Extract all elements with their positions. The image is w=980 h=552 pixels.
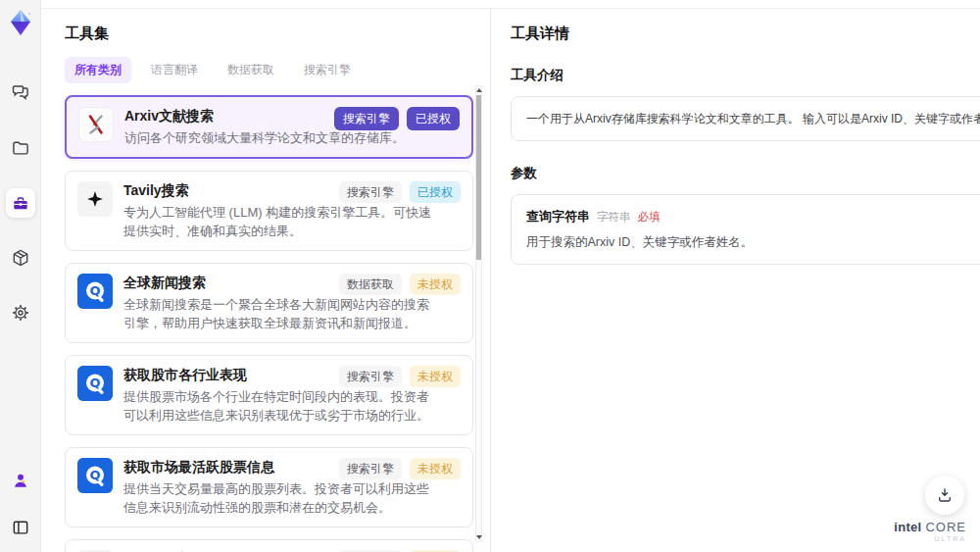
q-logo-icon: Q (77, 458, 113, 493)
intro-text: 一个用于从Arxiv存储库搜索科学论文和文章的工具。 输入可以是Arxiv ID… (526, 110, 980, 127)
cube-icon (11, 248, 30, 268)
tool-card-global-news[interactable]: Q 全球新闻搜索 全球新闻搜索是一个聚合全球各大新闻网站内容的搜索引擎，帮助用户… (65, 263, 473, 343)
toolset-panel: 工具集 所有类别 语言翻译 数据获取 搜索引擎 (41, 9, 490, 552)
tool-card-active-stocks[interactable]: Q 获取市场最活跃股票信息 提供当天交易量最高的股票列表。投资者可以利用这些信息… (65, 447, 473, 527)
category-badge: 搜索引擎 (339, 458, 402, 479)
sidebar-item-chat[interactable] (6, 78, 35, 108)
svg-text:Q: Q (89, 376, 100, 390)
tool-card-tavily[interactable]: Tavily搜索 专为人工智能代理 (LLM) 构建的搜索引擎工具。可快速提供实… (65, 171, 473, 251)
svg-text:Q: Q (89, 468, 100, 482)
category-tabs: 所有类别 语言翻译 数据获取 搜索引擎 (65, 57, 490, 83)
param-name: 查询字符串 (526, 208, 590, 226)
q-logo-icon: Q (77, 366, 113, 401)
tool-description: 提供股票市场各个行业在特定时间段内的表现。投资者可以利用这些信息来识别表现优于或… (123, 387, 435, 425)
sidebar-item-tools[interactable] (6, 188, 35, 218)
param-type: 字符串 (597, 210, 631, 225)
brand-core-text: CORE (925, 520, 966, 534)
tab-language-translation[interactable]: 语言翻译 (141, 57, 208, 83)
params-heading: 参数 (511, 165, 980, 182)
sidebar-item-collapse[interactable] (6, 513, 35, 542)
scrollbar-thumb[interactable] (476, 95, 481, 260)
gem-logo-icon (7, 8, 34, 37)
intel-core-logo: intel CORE ULTRA (894, 521, 966, 542)
sidebar-item-files[interactable] (6, 133, 35, 163)
tool-card-arxiv[interactable]: Arxiv文献搜索 访问各个研究领域大量科学论文和文章的存储库。 搜索引擎 已授… (65, 95, 473, 159)
tab-data-fetch[interactable]: 数据获取 (218, 57, 284, 83)
tool-detail-panel: 工具详情 工具介绍 一个用于从Arxiv存储库搜索科学论文和文章的工具。 输入可… (490, 9, 980, 552)
sidebar-item-account[interactable] (6, 466, 35, 495)
download-icon (936, 486, 954, 504)
app-window: 工具集 所有类别 语言翻译 数据获取 搜索引擎 (0, 0, 980, 552)
tab-search-engine[interactable]: 搜索引擎 (294, 57, 361, 83)
tool-description: 访问各个研究领域大量科学论文和文章的存储库。 (124, 128, 436, 147)
sidebar-item-settings[interactable] (6, 298, 35, 327)
toolbox-icon (11, 193, 30, 213)
app-logo (5, 6, 36, 39)
brand-intel-text: intel (894, 520, 921, 534)
auth-status-badge: 未授权 (410, 458, 461, 479)
tool-description: 提供当天交易量最高的股票列表。投资者可以利用这些信息来识别流动性强的股票和潜在的… (123, 479, 435, 517)
category-badge: 搜索引擎 (339, 181, 402, 203)
tool-card-regional-news[interactable]: 万维地区新闻查询 查询具体行政区划内的新闻，快速了解各地新闻动 搜索引擎 未授权 (65, 539, 473, 552)
sidebar-nav (6, 78, 35, 327)
download-button[interactable] (925, 476, 964, 515)
auth-status-badge: 已授权 (407, 107, 460, 130)
sidebar-item-packages[interactable] (6, 243, 35, 273)
category-badge: 数据获取 (339, 274, 402, 295)
gear-icon (11, 303, 30, 323)
list-scrollbar[interactable] (475, 85, 482, 542)
auth-status-badge: 已授权 (410, 181, 461, 203)
svg-text:Q: Q (89, 283, 100, 298)
page-title: 工具集 (65, 25, 490, 43)
arxiv-logo-icon (78, 107, 114, 142)
folder-icon (11, 138, 30, 158)
q-logo-icon: Q (77, 274, 113, 309)
scroll-down-arrow[interactable] (476, 535, 482, 539)
sidebar-bottom (6, 466, 35, 542)
content-frame: 工具集 所有类别 语言翻译 数据获取 搜索引擎 (41, 8, 980, 552)
sparkle-icon (77, 181, 113, 217)
param-description: 用于搜索的Arxiv ID、关键字或作者姓名。 (526, 234, 980, 251)
category-badge: 搜索引擎 (334, 107, 399, 130)
intro-heading: 工具介绍 (511, 67, 980, 84)
tab-all-categories[interactable]: 所有类别 (65, 57, 131, 83)
scroll-up-arrow[interactable] (476, 88, 482, 92)
tool-description: 专为人工智能代理 (LLM) 构建的搜索引擎工具。可快速提供实时、准确和真实的结… (123, 203, 435, 240)
user-icon (11, 471, 30, 490)
category-badge: 搜索引擎 (339, 366, 402, 387)
intro-box: 一个用于从Arxiv存储库搜索科学论文和文章的工具。 输入可以是Arxiv ID… (511, 96, 980, 141)
tool-card-list: Arxiv文献搜索 访问各个研究领域大量科学论文和文章的存储库。 搜索引擎 已授… (65, 95, 473, 552)
chat-icon (11, 83, 30, 103)
sidebar-rail (0, 0, 41, 552)
auth-status-badge: 未授权 (410, 366, 461, 387)
tool-description: 全球新闻搜索是一个聚合全球各大新闻网站内容的搜索引擎，帮助用户快速获取全球最新资… (123, 295, 435, 332)
brand-sub-text: ULTRA (894, 535, 966, 542)
tool-card-sector-performance[interactable]: Q 获取股市各行业表现 提供股票市场各个行业在特定时间段内的表现。投资者可以利用… (65, 355, 473, 435)
auth-status-badge: 未授权 (410, 274, 461, 295)
detail-title: 工具详情 (511, 25, 980, 43)
param-required-flag: 必填 (638, 210, 661, 225)
panel-toggle-icon (11, 518, 30, 537)
param-box: 查询字符串 字符串 必填 用于搜索的Arxiv ID、关键字或作者姓名。 (511, 194, 980, 265)
